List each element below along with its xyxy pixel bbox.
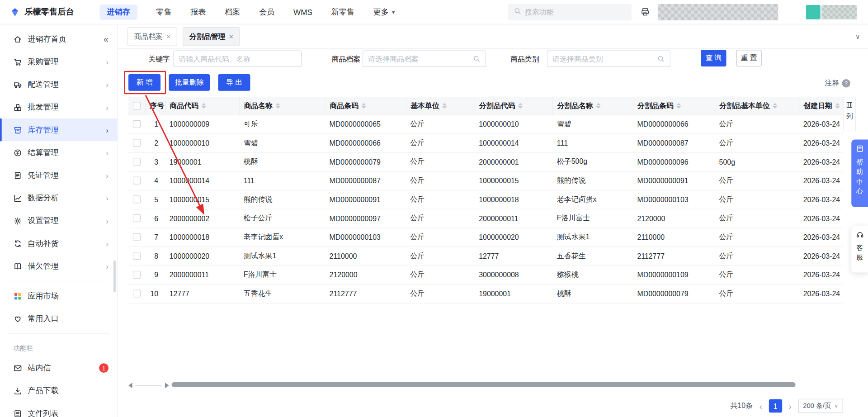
category-field[interactable] (547, 50, 670, 67)
scroll-right-icon[interactable] (165, 383, 169, 388)
current-page[interactable]: 1 (769, 399, 782, 412)
table-row[interactable]: 81000000020测试水果12110000公斤12777五香花生211277… (128, 246, 843, 265)
column-header-8[interactable]: 分割品条码 (633, 97, 715, 114)
export-button[interactable]: 导 出 (218, 74, 250, 91)
batch-delete-button[interactable]: 批量删除 (169, 74, 210, 91)
avatar[interactable] (806, 5, 821, 19)
row-checkbox[interactable] (133, 158, 141, 166)
row-checkbox[interactable] (133, 177, 141, 185)
row-checkbox[interactable] (133, 214, 141, 222)
sidebar-item-7[interactable]: 凭证管理› (0, 164, 118, 186)
sort-icon[interactable] (275, 103, 280, 108)
column-header-9[interactable]: 分割品基本单位 (715, 97, 799, 114)
topnav-item-7[interactable]: 新零售 (331, 4, 354, 19)
sort-icon[interactable] (361, 103, 366, 108)
table-row[interactable]: 62000000002松子公斤MD0000000097公斤2000000011F… (128, 209, 843, 228)
column-header-5[interactable]: 基本单位 (406, 97, 475, 114)
category-input[interactable] (552, 55, 654, 63)
table-row[interactable]: 11000000009可乐MD0000000065公斤1000000010雪碧M… (128, 114, 843, 133)
archive-input[interactable] (368, 55, 469, 63)
topnav-item-1[interactable]: 进销存 (99, 4, 137, 19)
sort-icon[interactable] (835, 103, 840, 108)
row-checkbox[interactable] (133, 252, 141, 260)
close-icon[interactable]: × (167, 33, 171, 40)
table-row[interactable]: 51000000015熊的传说MD0000000091公斤1000000018老… (128, 190, 843, 209)
search-input[interactable] (525, 8, 626, 16)
row-checkbox[interactable] (133, 289, 141, 297)
sort-icon[interactable] (773, 103, 777, 108)
sidebar-item-5[interactable]: 库存管理› (0, 118, 118, 141)
column-header-3[interactable]: 商品名称 (239, 97, 325, 114)
sidebar-item-11[interactable]: 借欠管理› (0, 255, 118, 277)
collapse-sidebar-icon[interactable]: « (104, 35, 108, 44)
select-all-checkbox[interactable] (133, 102, 141, 109)
note-link[interactable]: 注释 ? (825, 78, 850, 88)
chevron-down-icon[interactable]: ∨ (855, 33, 860, 40)
topnav-item-3[interactable]: 报表 (190, 4, 206, 19)
sidebar-tool-1[interactable]: 站内信1 (0, 357, 118, 379)
sort-icon[interactable] (676, 103, 681, 108)
column-header-6[interactable]: 分割品代码 (474, 97, 552, 114)
keyword-input[interactable] (179, 55, 297, 63)
sort-icon[interactable] (518, 103, 523, 108)
sidebar-item-6[interactable]: 结算管理› (0, 141, 118, 164)
column-header-7[interactable]: 分割品名称 (552, 97, 633, 114)
sidebar-item-10[interactable]: 自动补货› (0, 232, 118, 255)
sort-icon[interactable] (596, 103, 600, 108)
help-center-float[interactable]: 帮助中心 (851, 140, 868, 207)
row-checkbox[interactable] (133, 195, 141, 203)
sidebar-item-4[interactable]: 批发管理› (0, 96, 118, 118)
topnav-item-2[interactable]: 零售 (156, 4, 171, 19)
table-row[interactable]: 319000001桃酥MD0000000079公斤2000000001松子500… (128, 152, 843, 171)
sort-icon[interactable] (442, 103, 447, 108)
action-toolbar: 新 增 批量删除 导 出 注释 ? (118, 74, 868, 91)
prev-page-icon[interactable]: ‹ (758, 402, 763, 410)
archive-field[interactable] (363, 50, 486, 67)
sidebar-tool-3[interactable]: 文件列表 (0, 402, 118, 417)
table-row[interactable]: 92000000011F洛川富士2120000公斤3000000008猕猴桃MD… (128, 265, 843, 284)
table-row[interactable]: 71000000018老李记卤蛋xMD0000000103公斤100000002… (128, 227, 843, 246)
horizontal-scrollbar-thumb[interactable] (172, 382, 796, 387)
tab-2[interactable]: 分割品管理× (183, 27, 240, 46)
sidebar-shortcut-1[interactable]: 应用市场 (0, 284, 118, 307)
table-row[interactable]: 21000000010雪碧MD0000000066公斤1000000014111… (128, 133, 843, 152)
topnav-item-6[interactable]: WMS (293, 5, 312, 19)
sidebar-tool-2[interactable]: 产品下载 (0, 379, 118, 402)
keyword-field[interactable] (173, 50, 302, 67)
page-size-select[interactable]: 200 条/页 ∨ (798, 399, 843, 413)
next-page-icon[interactable]: › (788, 402, 793, 410)
table-row[interactable]: 41000000014111MD0000000087公斤1000000015熊的… (128, 171, 843, 190)
column-header-1[interactable]: 序号 (145, 97, 165, 114)
category-label: 商品类别 (510, 54, 539, 64)
query-button[interactable]: 查 询 (701, 50, 726, 66)
global-search[interactable] (508, 4, 632, 20)
reset-button[interactable]: 重 置 (736, 50, 762, 66)
printer-icon[interactable] (641, 7, 650, 17)
column-settings[interactable]: 列 (843, 97, 856, 131)
sort-icon[interactable] (201, 103, 206, 108)
sidebar-shortcut-2[interactable]: 常用入口 (0, 308, 118, 330)
row-checkbox[interactable] (133, 271, 141, 279)
column-header-2[interactable]: 商品代码 (165, 97, 239, 114)
topnav-item-5[interactable]: 会员 (259, 4, 274, 19)
table-row[interactable]: 1012777五香花生2112777公斤19000001桃酥MD00000000… (128, 284, 843, 303)
close-icon[interactable]: × (229, 33, 233, 40)
topnav-item-4[interactable]: 档案 (225, 4, 240, 19)
customer-service-float[interactable]: 客服 (851, 226, 868, 273)
table-cell: 松子500g (552, 152, 633, 171)
sidebar-item-1[interactable]: 进销存首页« (0, 28, 118, 50)
column-header-4[interactable]: 商品条码 (325, 97, 406, 114)
sidebar-item-2[interactable]: 采购管理› (0, 50, 118, 73)
sidebar-scrollbar-thumb[interactable] (113, 261, 116, 293)
add-button[interactable]: 新 增 (128, 74, 160, 91)
tab-1[interactable]: 商品档案× (127, 27, 177, 46)
sidebar-item-3[interactable]: 配送管理› (0, 73, 118, 96)
row-checkbox[interactable] (133, 233, 141, 241)
sidebar-item-9[interactable]: 设置管理› (0, 209, 118, 232)
topnav-item-8[interactable]: 更多▼ (373, 4, 396, 19)
row-checkbox[interactable] (133, 139, 141, 147)
scroll-left-icon[interactable] (128, 383, 132, 388)
row-checkbox[interactable] (133, 120, 141, 128)
column-header-10[interactable]: 创建日期 (799, 97, 843, 114)
sidebar-item-8[interactable]: 数据分析› (0, 187, 118, 209)
